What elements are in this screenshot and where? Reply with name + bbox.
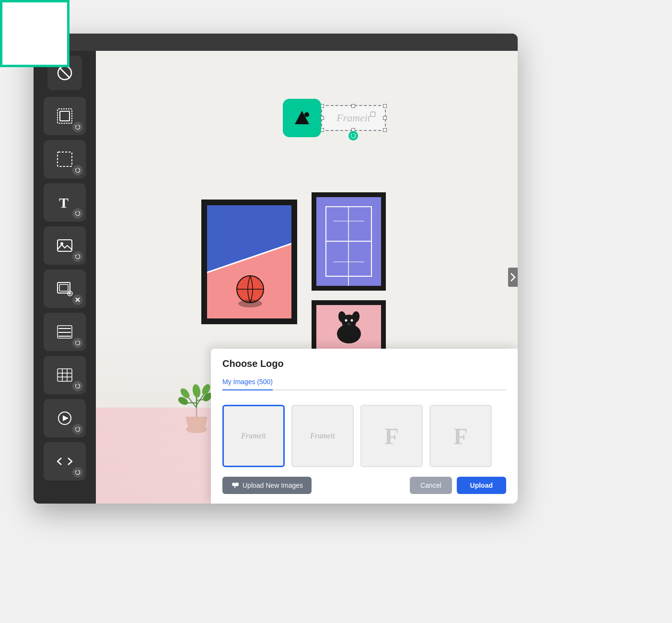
sidebar-item-list[interactable]	[44, 313, 86, 351]
refresh-icon-7	[75, 426, 81, 432]
video-badge	[72, 424, 83, 435]
canvas-chevron-right[interactable]	[508, 268, 518, 287]
svg-point-48	[347, 323, 351, 326]
image-thumb-4[interactable]: F	[429, 405, 492, 467]
sidebar: T	[34, 51, 96, 504]
svg-text:T: T	[59, 195, 69, 211]
background-icon	[57, 281, 73, 297]
text-badge	[72, 208, 83, 219]
mountain-icon	[290, 106, 314, 130]
svg-rect-6	[58, 240, 72, 251]
code-badge	[72, 467, 83, 478]
upload-button[interactable]: Upload	[457, 477, 506, 494]
svg-line-1	[59, 68, 70, 78]
thumb-text-2: Frameit	[310, 432, 335, 440]
cancel-button[interactable]: Cancel	[410, 477, 452, 494]
table-badge	[72, 381, 83, 391]
modal-header: Choose Logo My Images (500)	[211, 349, 518, 395]
logo-text-box[interactable]: Frameit	[321, 105, 386, 131]
upload-new-label: Upload New Images	[243, 482, 303, 489]
main-area: T	[34, 51, 518, 504]
thumb-letter-2: F	[453, 423, 467, 449]
svg-point-46	[345, 319, 348, 322]
tennis-art	[316, 197, 381, 286]
refresh-icon	[75, 124, 81, 130]
image-badge	[72, 251, 83, 262]
frame-tennis	[312, 192, 386, 291]
frame-basketball-inner	[207, 205, 291, 318]
sidebar-item-video[interactable]	[44, 399, 86, 437]
svg-point-28	[304, 112, 309, 117]
rotate-icon	[350, 133, 356, 139]
sidebar-item-image[interactable]	[44, 226, 86, 265]
svg-point-47	[351, 319, 353, 322]
chevron-right-icon	[510, 272, 516, 282]
rotate-handle[interactable]	[348, 131, 358, 141]
thumb-letter-1: F	[384, 423, 398, 449]
sidebar-item-frame[interactable]	[44, 97, 86, 135]
image-icon	[57, 237, 73, 254]
handle-rm[interactable]	[383, 116, 387, 120]
svg-rect-9	[59, 284, 68, 291]
select-icon	[57, 151, 73, 167]
refresh-icon-6	[75, 383, 81, 389]
logo-text: Frameit	[336, 112, 371, 124]
frame-badge	[72, 122, 83, 132]
sidebar-item-table[interactable]	[44, 356, 86, 394]
logo-icon	[283, 99, 321, 137]
sidebar-item-text[interactable]: T	[44, 183, 86, 222]
basketball-art	[207, 205, 291, 318]
svg-rect-3	[60, 111, 70, 121]
image-grid: Frameit Frameit F F	[211, 395, 518, 477]
modal-actions: Cancel Upload	[410, 477, 506, 494]
table-icon	[57, 367, 73, 383]
handle-tm[interactable]	[351, 104, 355, 108]
refresh-icon-2	[75, 167, 81, 173]
background-badge	[72, 294, 83, 305]
canvas-bg: Frameit	[96, 51, 518, 504]
title-bar	[34, 34, 518, 51]
sidebar-item-background[interactable]	[44, 270, 86, 308]
modal-title: Choose Logo	[222, 358, 506, 369]
refresh-icon-5	[75, 340, 81, 346]
refresh-icon-4	[75, 254, 81, 259]
frame-icon	[57, 108, 73, 124]
x-icon	[75, 297, 81, 303]
list-icon	[57, 324, 73, 340]
svg-rect-19	[58, 369, 72, 381]
video-icon	[57, 410, 73, 426]
tab-my-images[interactable]: My Images (500)	[222, 374, 273, 390]
refresh-icon-3	[75, 211, 81, 216]
handle-tr[interactable]	[383, 104, 387, 108]
upload-new-images-button[interactable]: Upload New Images	[222, 477, 312, 494]
text-icon: T	[57, 194, 73, 211]
choose-logo-modal: Choose Logo My Images (500) Frameit Fram…	[211, 349, 518, 504]
list-badge	[72, 338, 83, 348]
canvas-area: Frameit	[96, 51, 518, 504]
upload-cloud-icon	[231, 482, 239, 489]
frame-basketball	[201, 200, 297, 324]
image-thumb-3[interactable]: F	[360, 405, 423, 467]
select-badge	[72, 165, 83, 176]
sidebar-item-select[interactable]	[44, 140, 86, 178]
thumb-text-1: Frameit	[241, 432, 266, 440]
top-left-accent	[0, 0, 70, 67]
sidebar-item-code[interactable]	[44, 442, 86, 481]
refresh-icon-8	[75, 470, 81, 475]
svg-rect-4	[58, 152, 72, 166]
canvas-logo-container: Frameit	[283, 99, 386, 137]
image-thumb-1[interactable]: Frameit	[222, 405, 285, 467]
handle-br[interactable]	[383, 128, 387, 132]
svg-point-34	[238, 300, 262, 307]
code-icon	[57, 453, 73, 470]
modal-footer: Upload New Images Cancel Upload	[211, 477, 518, 494]
modal-tabs: My Images (500)	[222, 374, 506, 390]
app-window: T	[34, 34, 518, 504]
svg-point-56	[192, 384, 202, 398]
image-thumb-2[interactable]: Frameit	[291, 405, 354, 467]
svg-marker-25	[63, 415, 69, 421]
